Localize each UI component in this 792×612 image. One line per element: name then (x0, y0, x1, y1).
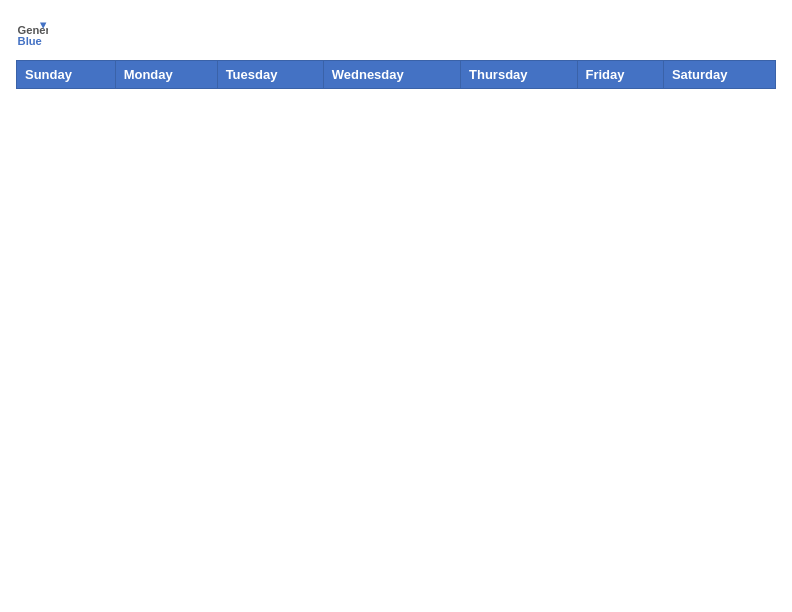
day-header-monday: Monday (115, 61, 217, 89)
svg-text:Blue: Blue (18, 35, 42, 47)
header: General Blue (16, 16, 776, 48)
calendar: SundayMondayTuesdayWednesdayThursdayFrid… (16, 60, 776, 89)
logo: General Blue (16, 16, 48, 48)
logo-icon: General Blue (16, 16, 48, 48)
calendar-header-row: SundayMondayTuesdayWednesdayThursdayFrid… (17, 61, 776, 89)
day-header-saturday: Saturday (663, 61, 775, 89)
day-header-sunday: Sunday (17, 61, 116, 89)
day-header-wednesday: Wednesday (323, 61, 460, 89)
day-header-thursday: Thursday (461, 61, 577, 89)
day-header-tuesday: Tuesday (217, 61, 323, 89)
day-header-friday: Friday (577, 61, 663, 89)
